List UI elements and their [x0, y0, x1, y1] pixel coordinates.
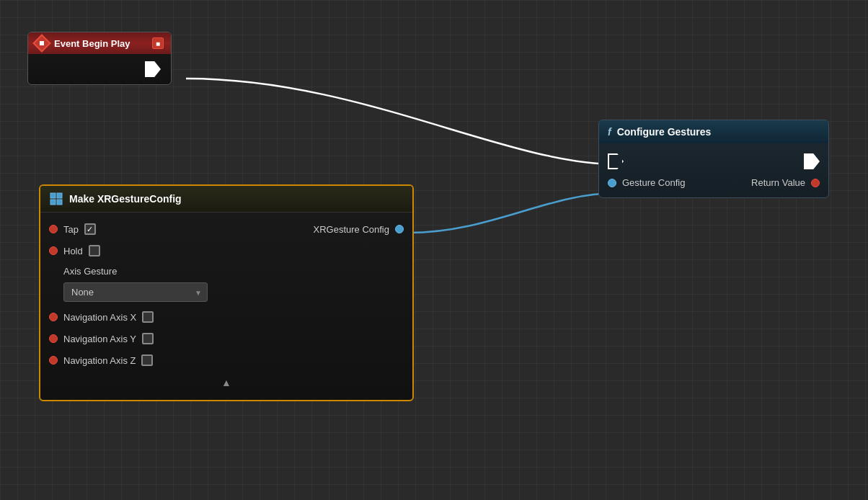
tap-checkbox[interactable]: ✓: [84, 223, 96, 235]
configure-exec-row: [599, 149, 828, 174]
axis-gesture-label: Axis Gesture: [40, 262, 412, 278]
configure-gestures-body: Gesture Config Return Value: [599, 143, 828, 197]
function-icon: f: [608, 126, 611, 138]
tap-input-pin[interactable]: [49, 225, 58, 233]
collapse-arrow-icon[interactable]: ▲: [221, 377, 231, 388]
gesture-config-pin-left: Gesture Config: [608, 177, 685, 188]
configure-gestures-header: f Configure Gestures: [599, 120, 828, 143]
return-value-label: Return Value: [751, 177, 805, 188]
tap-pin-left: Tap ✓: [49, 223, 96, 235]
xr-gesture-config-label: XRGesture Config: [314, 224, 390, 235]
hold-label: Hold: [63, 246, 83, 256]
exec-wire: [186, 79, 617, 164]
nav-axis-y-left: Navigation Axis Y: [49, 333, 154, 344]
nav-axis-z-label: Navigation Axis Z: [63, 355, 136, 366]
hold-row: Hold: [40, 240, 412, 262]
tap-label: Tap: [63, 224, 79, 235]
nav-axis-z-input-pin[interactable]: [49, 356, 58, 365]
hold-pin-left: Hold: [49, 245, 100, 256]
configure-exec-in-pin[interactable]: [608, 153, 624, 169]
nav-axis-x-checkbox[interactable]: [142, 311, 154, 323]
nav-axis-y-input-pin[interactable]: [49, 334, 58, 343]
make-xrgestureconfig-node: Make XRGestureConfig Tap ✓ XRGesture Con…: [39, 184, 414, 401]
event-begin-play-node: Event Begin Play ■: [27, 32, 172, 85]
svg-rect-1: [57, 193, 62, 198]
make-xrgestureconfig-body: Tap ✓ XRGesture Config Hold Axis Gesture…: [40, 213, 412, 400]
xr-gesture-config-pin[interactable]: [395, 225, 404, 233]
event-begin-play-body: [28, 54, 171, 84]
nav-axis-x-input-pin[interactable]: [49, 313, 58, 321]
struct-icon: [49, 192, 63, 206]
nav-axis-y-label: Navigation Axis Y: [63, 334, 136, 344]
nav-axis-x-left: Navigation Axis X: [49, 311, 154, 323]
svg-rect-2: [50, 200, 56, 205]
axis-gesture-dropdown-row: None: [40, 278, 412, 306]
nav-axis-z-checkbox[interactable]: [141, 354, 153, 366]
event-exec-out-pin[interactable]: [145, 61, 161, 77]
nav-axis-y-checkbox[interactable]: [142, 333, 154, 344]
configure-exec-out-pin[interactable]: [804, 153, 820, 169]
axis-gesture-select[interactable]: None: [63, 282, 208, 302]
xr-gesture-config-output: XRGesture Config: [314, 224, 404, 235]
event-begin-play-close[interactable]: ■: [152, 37, 164, 49]
svg-rect-3: [57, 200, 62, 205]
hold-checkbox[interactable]: [89, 245, 100, 256]
nav-axis-y-row: Navigation Axis Y: [40, 328, 412, 349]
event-begin-play-title: Event Begin Play: [54, 38, 146, 49]
configure-gestures-node: f Configure Gestures Gesture Config Retu…: [598, 120, 829, 198]
axis-gesture-dropdown-wrapper[interactable]: None: [63, 282, 208, 302]
make-xrgestureconfig-header: Make XRGestureConfig: [40, 186, 412, 213]
nav-axis-z-row: Navigation Axis Z: [40, 349, 412, 371]
return-value-pin[interactable]: [811, 179, 820, 187]
nav-axis-x-label: Navigation Axis X: [63, 312, 136, 323]
gesture-config-label: Gesture Config: [622, 177, 685, 188]
nav-axis-z-left: Navigation Axis Z: [49, 354, 153, 366]
event-icon: [32, 34, 50, 52]
nav-axis-x-row: Navigation Axis X: [40, 306, 412, 328]
tap-row: Tap ✓ XRGesture Config: [40, 218, 412, 240]
svg-rect-0: [50, 193, 56, 198]
return-value-pin-right: Return Value: [751, 177, 820, 188]
gesture-config-pin[interactable]: [608, 179, 616, 187]
configure-gestures-title: Configure Gestures: [617, 126, 712, 138]
event-begin-play-header: Event Begin Play ■: [28, 32, 171, 54]
node-footer: ▲: [40, 371, 412, 394]
hold-input-pin[interactable]: [49, 246, 58, 255]
configure-data-row: Gesture Config Return Value: [599, 174, 828, 192]
make-xrgestureconfig-title: Make XRGestureConfig: [69, 193, 182, 205]
data-wire: [409, 193, 616, 233]
